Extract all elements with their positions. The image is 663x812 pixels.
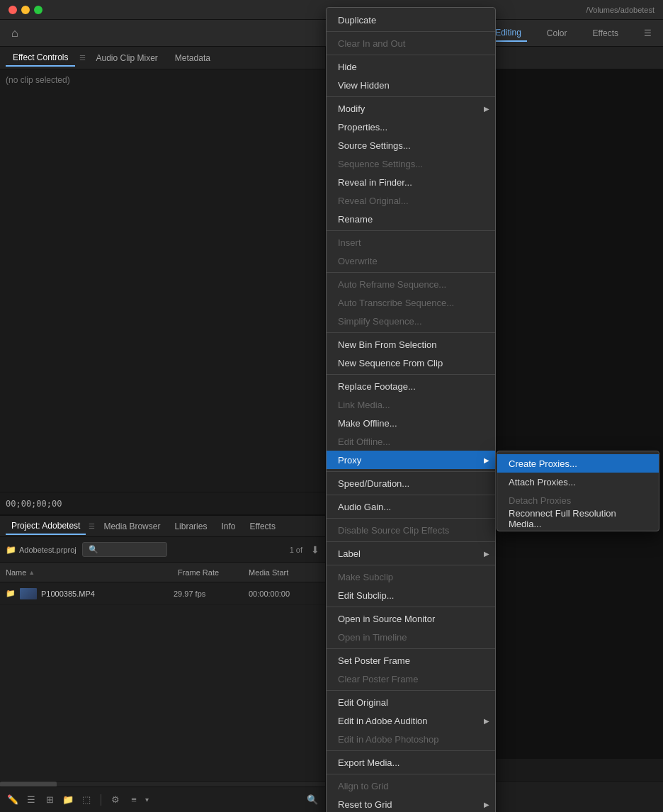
menu-source-settings[interactable]: Source Settings... [327,136,495,154]
separator-8 [327,471,495,472]
menu-audio-gain[interactable]: Audio Gain... [327,497,495,516]
menu-modify[interactable]: Modify ▶ [327,99,495,118]
proxy-submenu[interactable]: Create Proxies... Attach Proxies... Deta… [497,451,659,531]
menu-auto-transcribe[interactable]: Auto Transcribe Sequence... [327,293,495,312]
proxy-submenu-arrow: ▶ [484,456,489,464]
submenu-create-proxies[interactable]: Create Proxies... [497,454,659,473]
menu-replace-footage[interactable]: Replace Footage... [327,377,495,395]
separator-16 [327,750,495,751]
menu-speed-duration[interactable]: Speed/Duration... [327,474,495,492]
menu-sequence-settings[interactable]: Sequence Settings... [327,154,495,173]
separator-5 [327,272,495,273]
menu-edit-offline[interactable]: Edit Offline... [327,432,495,451]
modify-submenu-arrow: ▶ [484,105,489,113]
submenu-attach-proxies[interactable]: Attach Proxies... [497,473,659,491]
separator-6 [327,332,495,333]
menu-edit-subclip[interactable]: Edit Subclip... [327,586,495,604]
menu-open-timeline[interactable]: Open in Timeline [327,628,495,646]
submenu-detach-proxies[interactable]: Detach Proxies [497,491,659,509]
menu-disable-source[interactable]: Disable Source Clip Effects [327,521,495,539]
menu-overwrite[interactable]: Overwrite [327,252,495,270]
separator-10 [327,518,495,519]
menu-make-offline[interactable]: Make Offline... [327,414,495,432]
separator-15 [327,690,495,691]
separator-13 [327,607,495,607]
separator-17 [327,774,495,774]
menu-export-media[interactable]: Export Media... [327,753,495,772]
menu-make-subclip[interactable]: Make Subclip [327,568,495,586]
menu-align-grid[interactable]: Align to Grid [327,777,495,795]
menu-link-media[interactable]: Link Media... [327,395,495,414]
menu-set-poster[interactable]: Set Poster Frame [327,651,495,670]
menu-clear-in-out[interactable]: Clear In and Out [327,34,495,52]
menu-hide[interactable]: Hide [327,57,495,76]
menu-new-bin[interactable]: New Bin From Selection [327,335,495,354]
menu-insert[interactable]: Insert [327,233,495,252]
menu-proxy[interactable]: Proxy ▶ [327,451,495,469]
separator-12 [327,565,495,565]
menu-edit-audition[interactable]: Edit in Adobe Audition ▶ [327,711,495,730]
menu-edit-original[interactable]: Edit Original [327,693,495,711]
separator-11 [327,541,495,542]
menu-label[interactable]: Label ▶ [327,544,495,563]
separator-3 [327,96,495,97]
menu-simplify-sequence[interactable]: Simplify Sequence... [327,312,495,330]
separator-14 [327,648,495,649]
separator-2 [327,55,495,55]
separator-7 [327,374,495,375]
submenu-reconnect-full[interactable]: Reconnect Full Resolution Media... [497,509,659,528]
separator-9 [327,495,495,495]
label-submenu-arrow: ▶ [484,550,489,558]
menu-view-hidden[interactable]: View Hidden [327,76,495,94]
menu-open-source[interactable]: Open in Source Monitor [327,609,495,628]
separator-4 [327,230,495,231]
proxy-submenu-container: Proxy ▶ Create Proxies... Attach Proxies… [327,451,495,469]
context-menu-overlay: Duplicate Clear In and Out Hide View Hid… [0,0,663,812]
menu-duplicate[interactable]: Duplicate [327,11,495,29]
audition-submenu-arrow: ▶ [484,717,489,725]
separator-1 [327,31,495,32]
menu-auto-reframe[interactable]: Auto Reframe Sequence... [327,275,495,293]
reset-grid-submenu-arrow: ▶ [484,801,489,808]
menu-rename[interactable]: Rename [327,210,495,228]
menu-properties[interactable]: Properties... [327,118,495,136]
menu-clear-poster[interactable]: Clear Poster Frame [327,670,495,688]
menu-reveal-finder[interactable]: Reveal in Finder... [327,173,495,191]
menu-reveal-original[interactable]: Reveal Original... [327,191,495,210]
menu-reset-grid[interactable]: Reset to Grid ▶ [327,795,495,812]
menu-edit-photoshop[interactable]: Edit in Adobe Photoshop [327,730,495,748]
context-menu[interactable]: Duplicate Clear In and Out Hide View Hid… [326,7,496,812]
menu-new-sequence[interactable]: New Sequence From Clip [327,354,495,372]
